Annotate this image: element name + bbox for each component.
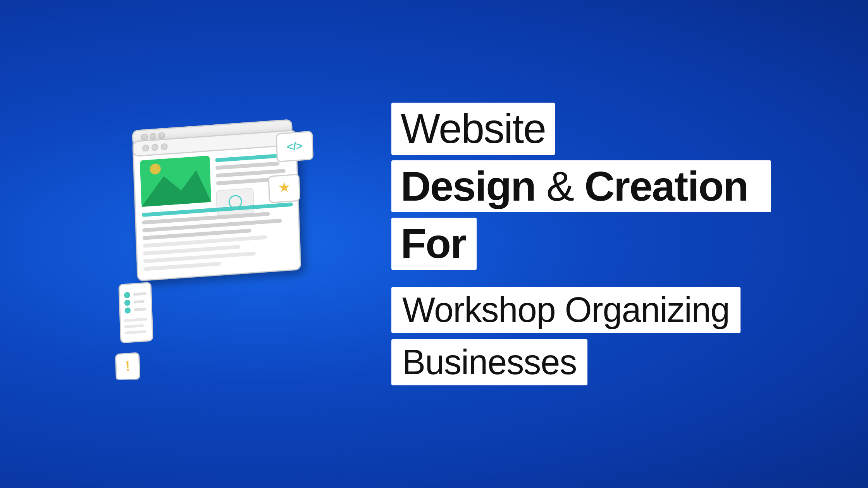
svg-point-7 — [143, 145, 149, 151]
workshop-highlight: Workshop Organizing — [391, 287, 741, 333]
businesses-text: Businesses — [402, 343, 577, 381]
svg-text:</>: </> — [287, 140, 303, 153]
svg-text:★: ★ — [277, 179, 290, 196]
svg-text:!: ! — [125, 358, 130, 374]
ampersand-text: & — [536, 163, 584, 210]
website-highlight: Website — [391, 103, 555, 155]
headline-line4: Workshop Organizing — [391, 287, 771, 333]
workshop-text: Workshop Organizing — [402, 290, 730, 329]
svg-point-3 — [150, 133, 156, 140]
svg-point-30 — [125, 308, 130, 313]
text-content-area: Website Design & Creation For Workshop O… — [391, 103, 771, 385]
creation-text: Creation — [584, 163, 748, 210]
headline-line5: Businesses — [391, 339, 771, 385]
svg-point-29 — [124, 300, 130, 306]
svg-point-28 — [124, 292, 130, 298]
for-highlight: For — [391, 218, 477, 270]
for-text: For — [401, 220, 466, 267]
design-creation-highlight: Design & Creation — [391, 160, 771, 213]
svg-point-4 — [158, 132, 165, 139]
headline-line1: Website — [391, 103, 771, 155]
businesses-highlight: Businesses — [391, 339, 587, 385]
design-text: Design — [401, 163, 536, 210]
illustration-area: ! </> ★ — [97, 93, 360, 395]
svg-point-8 — [152, 144, 158, 151]
svg-rect-17 — [216, 188, 254, 216]
headline-line2: Design & Creation — [391, 160, 771, 213]
svg-point-9 — [161, 143, 168, 150]
headline-line3: For — [391, 218, 771, 270]
svg-rect-27 — [119, 283, 153, 343]
svg-point-2 — [141, 134, 148, 140]
website-text: Website — [401, 105, 546, 152]
isometric-illustration: ! </> ★ — [108, 108, 349, 380]
page-wrapper: ! </> ★ Website Design & Creation — [0, 0, 868, 488]
